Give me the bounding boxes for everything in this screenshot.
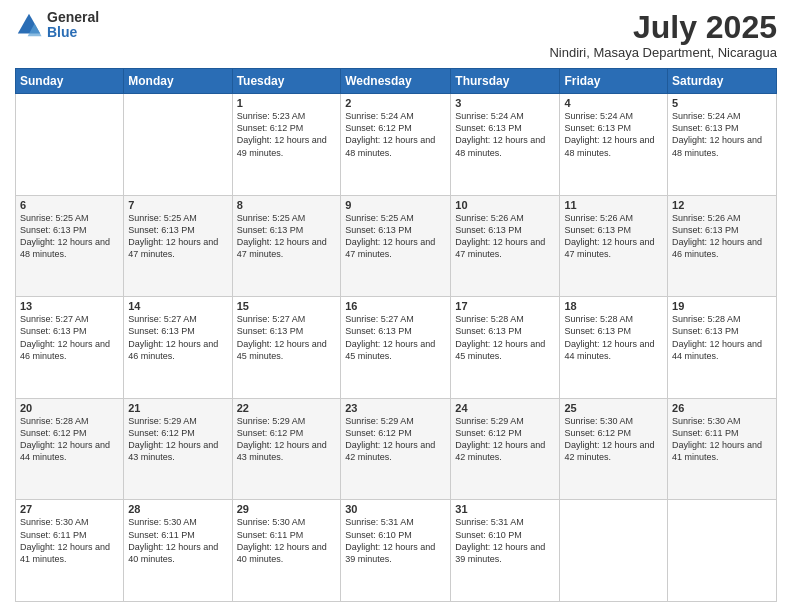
calendar-cell: 27Sunrise: 5:30 AMSunset: 6:11 PMDayligh…	[16, 500, 124, 602]
weekday-header: Monday	[124, 69, 232, 94]
calendar-cell: 16Sunrise: 5:27 AMSunset: 6:13 PMDayligh…	[341, 297, 451, 399]
day-number: 6	[20, 199, 119, 211]
cell-info: Sunrise: 5:29 AMSunset: 6:12 PMDaylight:…	[128, 415, 227, 464]
calendar-cell: 10Sunrise: 5:26 AMSunset: 6:13 PMDayligh…	[451, 195, 560, 297]
cell-info: Sunrise: 5:29 AMSunset: 6:12 PMDaylight:…	[345, 415, 446, 464]
calendar-cell: 1Sunrise: 5:23 AMSunset: 6:12 PMDaylight…	[232, 94, 341, 196]
calendar-cell: 30Sunrise: 5:31 AMSunset: 6:10 PMDayligh…	[341, 500, 451, 602]
calendar-cell: 6Sunrise: 5:25 AMSunset: 6:13 PMDaylight…	[16, 195, 124, 297]
calendar-cell: 11Sunrise: 5:26 AMSunset: 6:13 PMDayligh…	[560, 195, 668, 297]
calendar-week-row: 27Sunrise: 5:30 AMSunset: 6:11 PMDayligh…	[16, 500, 777, 602]
calendar-cell: 28Sunrise: 5:30 AMSunset: 6:11 PMDayligh…	[124, 500, 232, 602]
calendar-cell: 13Sunrise: 5:27 AMSunset: 6:13 PMDayligh…	[16, 297, 124, 399]
cell-info: Sunrise: 5:28 AMSunset: 6:13 PMDaylight:…	[455, 313, 555, 362]
calendar-cell: 4Sunrise: 5:24 AMSunset: 6:13 PMDaylight…	[560, 94, 668, 196]
cell-info: Sunrise: 5:26 AMSunset: 6:13 PMDaylight:…	[455, 212, 555, 261]
weekday-header: Friday	[560, 69, 668, 94]
day-number: 24	[455, 402, 555, 414]
day-number: 28	[128, 503, 227, 515]
day-number: 21	[128, 402, 227, 414]
cell-info: Sunrise: 5:26 AMSunset: 6:13 PMDaylight:…	[672, 212, 772, 261]
logo: General Blue	[15, 10, 99, 41]
calendar-cell: 3Sunrise: 5:24 AMSunset: 6:13 PMDaylight…	[451, 94, 560, 196]
cell-info: Sunrise: 5:26 AMSunset: 6:13 PMDaylight:…	[564, 212, 663, 261]
day-number: 2	[345, 97, 446, 109]
day-number: 26	[672, 402, 772, 414]
cell-info: Sunrise: 5:23 AMSunset: 6:12 PMDaylight:…	[237, 110, 337, 159]
cell-info: Sunrise: 5:24 AMSunset: 6:13 PMDaylight:…	[564, 110, 663, 159]
day-number: 17	[455, 300, 555, 312]
calendar-cell: 22Sunrise: 5:29 AMSunset: 6:12 PMDayligh…	[232, 398, 341, 500]
weekday-header: Tuesday	[232, 69, 341, 94]
day-number: 4	[564, 97, 663, 109]
day-number: 15	[237, 300, 337, 312]
calendar-cell: 31Sunrise: 5:31 AMSunset: 6:10 PMDayligh…	[451, 500, 560, 602]
cell-info: Sunrise: 5:28 AMSunset: 6:13 PMDaylight:…	[672, 313, 772, 362]
day-number: 8	[237, 199, 337, 211]
day-number: 14	[128, 300, 227, 312]
calendar-cell: 25Sunrise: 5:30 AMSunset: 6:12 PMDayligh…	[560, 398, 668, 500]
weekday-header: Saturday	[668, 69, 777, 94]
calendar-week-row: 1Sunrise: 5:23 AMSunset: 6:12 PMDaylight…	[16, 94, 777, 196]
day-number: 16	[345, 300, 446, 312]
day-number: 30	[345, 503, 446, 515]
cell-info: Sunrise: 5:25 AMSunset: 6:13 PMDaylight:…	[345, 212, 446, 261]
calendar-cell	[16, 94, 124, 196]
calendar-cell: 24Sunrise: 5:29 AMSunset: 6:12 PMDayligh…	[451, 398, 560, 500]
day-number: 25	[564, 402, 663, 414]
logo-general-text: General	[47, 10, 99, 25]
logo-text: General Blue	[47, 10, 99, 41]
cell-info: Sunrise: 5:30 AMSunset: 6:11 PMDaylight:…	[20, 516, 119, 565]
day-number: 29	[237, 503, 337, 515]
cell-info: Sunrise: 5:24 AMSunset: 6:13 PMDaylight:…	[455, 110, 555, 159]
day-number: 22	[237, 402, 337, 414]
location: Nindiri, Masaya Department, Nicaragua	[549, 45, 777, 60]
cell-info: Sunrise: 5:29 AMSunset: 6:12 PMDaylight:…	[237, 415, 337, 464]
cell-info: Sunrise: 5:25 AMSunset: 6:13 PMDaylight:…	[237, 212, 337, 261]
cell-info: Sunrise: 5:27 AMSunset: 6:13 PMDaylight:…	[237, 313, 337, 362]
calendar-cell: 14Sunrise: 5:27 AMSunset: 6:13 PMDayligh…	[124, 297, 232, 399]
logo-blue-text: Blue	[47, 25, 99, 40]
day-number: 31	[455, 503, 555, 515]
calendar-cell: 19Sunrise: 5:28 AMSunset: 6:13 PMDayligh…	[668, 297, 777, 399]
cell-info: Sunrise: 5:27 AMSunset: 6:13 PMDaylight:…	[20, 313, 119, 362]
day-number: 10	[455, 199, 555, 211]
cell-info: Sunrise: 5:28 AMSunset: 6:13 PMDaylight:…	[564, 313, 663, 362]
weekday-header: Thursday	[451, 69, 560, 94]
day-number: 12	[672, 199, 772, 211]
day-number: 9	[345, 199, 446, 211]
day-number: 20	[20, 402, 119, 414]
cell-info: Sunrise: 5:30 AMSunset: 6:11 PMDaylight:…	[672, 415, 772, 464]
page: General Blue July 2025 Nindiri, Masaya D…	[0, 0, 792, 612]
calendar-header-row: SundayMondayTuesdayWednesdayThursdayFrid…	[16, 69, 777, 94]
calendar-cell: 2Sunrise: 5:24 AMSunset: 6:12 PMDaylight…	[341, 94, 451, 196]
calendar-cell: 23Sunrise: 5:29 AMSunset: 6:12 PMDayligh…	[341, 398, 451, 500]
day-number: 7	[128, 199, 227, 211]
calendar-cell: 15Sunrise: 5:27 AMSunset: 6:13 PMDayligh…	[232, 297, 341, 399]
cell-info: Sunrise: 5:24 AMSunset: 6:13 PMDaylight:…	[672, 110, 772, 159]
day-number: 1	[237, 97, 337, 109]
cell-info: Sunrise: 5:25 AMSunset: 6:13 PMDaylight:…	[20, 212, 119, 261]
logo-icon	[15, 11, 43, 39]
weekday-header: Wednesday	[341, 69, 451, 94]
calendar-cell: 26Sunrise: 5:30 AMSunset: 6:11 PMDayligh…	[668, 398, 777, 500]
cell-info: Sunrise: 5:30 AMSunset: 6:11 PMDaylight:…	[237, 516, 337, 565]
calendar-table: SundayMondayTuesdayWednesdayThursdayFrid…	[15, 68, 777, 602]
calendar-cell: 20Sunrise: 5:28 AMSunset: 6:12 PMDayligh…	[16, 398, 124, 500]
calendar-cell: 5Sunrise: 5:24 AMSunset: 6:13 PMDaylight…	[668, 94, 777, 196]
calendar-week-row: 20Sunrise: 5:28 AMSunset: 6:12 PMDayligh…	[16, 398, 777, 500]
cell-info: Sunrise: 5:28 AMSunset: 6:12 PMDaylight:…	[20, 415, 119, 464]
calendar-cell	[668, 500, 777, 602]
day-number: 13	[20, 300, 119, 312]
cell-info: Sunrise: 5:31 AMSunset: 6:10 PMDaylight:…	[345, 516, 446, 565]
calendar-cell: 12Sunrise: 5:26 AMSunset: 6:13 PMDayligh…	[668, 195, 777, 297]
cell-info: Sunrise: 5:31 AMSunset: 6:10 PMDaylight:…	[455, 516, 555, 565]
calendar-cell: 29Sunrise: 5:30 AMSunset: 6:11 PMDayligh…	[232, 500, 341, 602]
cell-info: Sunrise: 5:30 AMSunset: 6:11 PMDaylight:…	[128, 516, 227, 565]
day-number: 27	[20, 503, 119, 515]
cell-info: Sunrise: 5:29 AMSunset: 6:12 PMDaylight:…	[455, 415, 555, 464]
month-title: July 2025	[549, 10, 777, 45]
day-number: 5	[672, 97, 772, 109]
calendar-cell: 17Sunrise: 5:28 AMSunset: 6:13 PMDayligh…	[451, 297, 560, 399]
cell-info: Sunrise: 5:30 AMSunset: 6:12 PMDaylight:…	[564, 415, 663, 464]
